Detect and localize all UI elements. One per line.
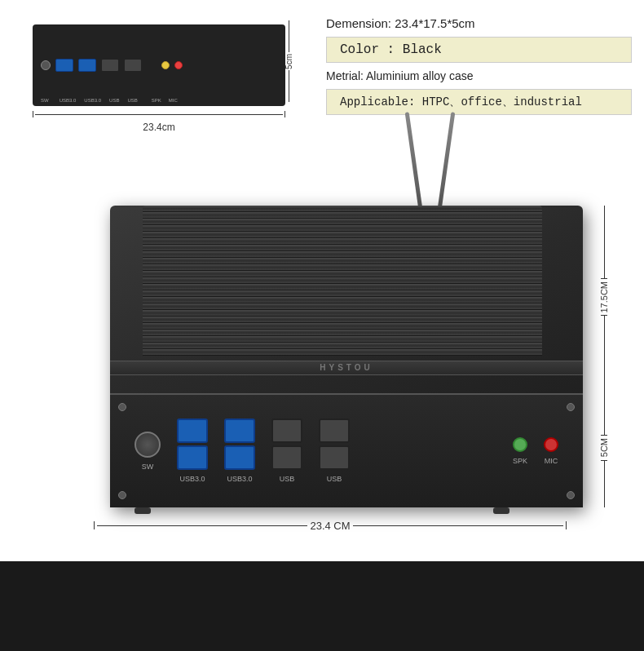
mic-port-small [174, 61, 183, 69]
dim-tick-right [285, 111, 285, 117]
depth-line-top [289, 20, 289, 52]
sw-group: SW [135, 432, 161, 471]
material-text: Metrial: Aluminium alloy case [326, 69, 632, 82]
fin-2 [143, 212, 542, 219]
mic-label: MIC [545, 457, 558, 465]
usb30-pair-1 [177, 418, 208, 470]
spk-jack [513, 437, 527, 452]
screw-tl [118, 403, 126, 411]
mini-pc-top-view: SW USB3.0 USB3.0 USB USB SPK MIC [33, 24, 285, 106]
brand-logo: HYSTOU [320, 363, 373, 372]
rubber-feet [135, 507, 509, 514]
fin-10 [143, 264, 542, 271]
fin-18 [143, 317, 542, 323]
fin-7 [143, 245, 542, 251]
usb30-pair-2 [224, 418, 255, 470]
usb-group-2: USB [319, 418, 350, 483]
usb-pair-1 [271, 418, 302, 470]
fin-12 [143, 277, 542, 284]
screw-bl [118, 491, 126, 499]
bottom-dark-section [0, 561, 644, 651]
usb30-group-2: USB3.0 [224, 418, 255, 483]
width-annotation [33, 111, 285, 117]
usb-port-top-2 [319, 418, 350, 443]
usb30-port-bottom-1 [177, 445, 208, 470]
depth-label-small: 5cm [285, 52, 293, 71]
bottom-tick-right [566, 521, 567, 529]
color-box: Color : Black [326, 37, 632, 63]
sw-label-large: SW [142, 463, 154, 471]
spk-label-small: SPK [152, 98, 161, 103]
fin-14 [143, 290, 542, 297]
main-product-image-section: HYSTOU SW [0, 151, 644, 561]
fin-3 [143, 219, 542, 225]
mic-group: MIC [544, 437, 558, 465]
dimension-text: Demension: 23.4*17.5*5cm [326, 16, 632, 30]
usb30-port-top-1 [177, 418, 208, 443]
dim-line-h [35, 114, 283, 115]
usb-port-top-1 [271, 418, 302, 443]
mic-label-small: MIC [169, 98, 178, 103]
usb-port-1-small [101, 59, 119, 72]
usb30-label-2-small: USB3.0 [84, 98, 101, 103]
usb-group-1: USB [271, 418, 302, 483]
height-line-top [604, 206, 605, 278]
fin-21 [143, 336, 542, 343]
depth-line-bottom [604, 461, 605, 507]
usb30-group-1: USB3.0 [177, 418, 208, 483]
fin-5 [143, 232, 542, 238]
fin-19 [143, 323, 542, 330]
fin-16 [143, 303, 542, 310]
ports-row-small [41, 59, 183, 72]
fin-8 [143, 251, 542, 258]
top-image-area: SW USB3.0 USB3.0 USB USB SPK MIC 23.4cm [0, 8, 318, 151]
page-container: SW USB3.0 USB3.0 USB USB SPK MIC 23.4cm [0, 0, 644, 651]
rubber-foot-left [135, 507, 151, 514]
fin-4 [143, 225, 542, 232]
width-label-large: 23.4 CM [310, 520, 350, 532]
usb-label-1-small: USB [109, 98, 119, 103]
sw-label-small: SW [41, 98, 49, 103]
spk-label: SPK [513, 457, 527, 465]
depth-dim-group: 5CM [597, 389, 611, 507]
fin-13 [143, 284, 542, 290]
fins-container [143, 206, 542, 369]
power-button-large [135, 432, 161, 458]
sw-button-small [41, 60, 51, 70]
usb30-label-1: USB3.0 [179, 475, 205, 483]
fin-23 [143, 349, 542, 356]
usb-port-bottom-1 [271, 445, 302, 470]
usb-label-1: USB [280, 475, 295, 483]
usb-label-2: USB [327, 475, 342, 483]
depth-line-top [604, 389, 605, 436]
usb-port-bottom-2 [319, 445, 350, 470]
usb30-port-1-small [55, 59, 73, 72]
bottom-dim-line-right [353, 525, 563, 526]
fin-9 [143, 258, 542, 264]
mini-pc-large-view: HYSTOU SW [110, 206, 583, 507]
depth-annotation-small: 5cm [285, 20, 293, 102]
rubber-foot-right [493, 507, 509, 514]
device-wrapper: HYSTOU SW [94, 206, 567, 507]
depth-dim-brace: 5CM [597, 389, 611, 507]
fin-6 [143, 238, 542, 245]
depth-line-bottom [289, 70, 289, 102]
screw-br [567, 491, 575, 499]
fin-22 [143, 343, 542, 349]
usb-pair-2 [319, 418, 350, 470]
usb30-label-1-small: USB3.0 [60, 98, 77, 103]
front-panel: SW USB3.0 [110, 393, 583, 507]
mic-jack [544, 437, 558, 452]
fin-11 [143, 271, 542, 277]
usb30-port-top-2 [224, 418, 255, 443]
height-label: 17.5CM [597, 279, 611, 316]
fin-17 [143, 310, 542, 317]
height-line-bottom [604, 316, 605, 388]
bottom-dim-annotation: 23.4 CM [94, 520, 567, 532]
bottom-tick-left [94, 521, 95, 529]
screw-tr [567, 403, 575, 411]
height-dim-brace: 17.5CM [597, 206, 611, 389]
spk-group: SPK [513, 437, 527, 465]
fin-15 [143, 297, 542, 303]
usb30-port-2-small [78, 59, 96, 72]
